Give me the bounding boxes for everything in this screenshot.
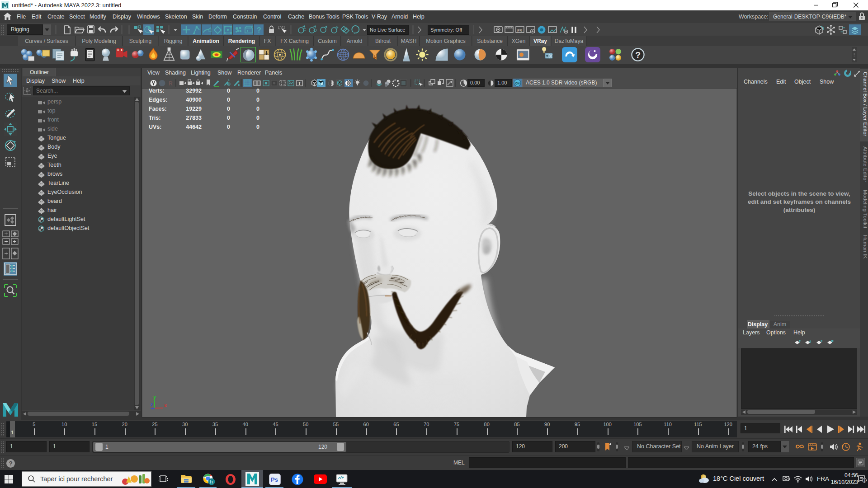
svg-text:IPR: IPR [517, 29, 522, 32]
svg-text:?: ? [257, 26, 261, 34]
svg-text:ON: ON [515, 82, 520, 85]
svg-text:T: T [298, 81, 301, 86]
svg-text:y: y [153, 395, 156, 399]
svg-text:Ps: Ps [271, 476, 278, 483]
svg-text:?: ? [635, 50, 641, 60]
svg-text:R: R [169, 80, 173, 87]
svg-text:z: z [151, 402, 153, 407]
svg-text:3: 3 [863, 479, 866, 483]
svg-text:x: x [164, 403, 167, 408]
svg-text:h: h [210, 479, 213, 484]
